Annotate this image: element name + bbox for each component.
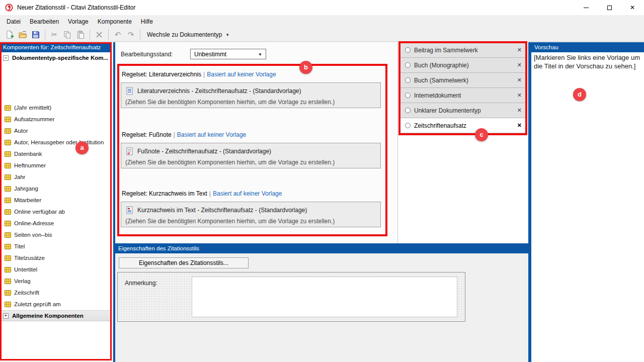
based-on-template-link[interactable]: Basiert auf keiner Vorlage [207, 71, 276, 78]
based-on-template-link[interactable]: Basiert auf keiner Vorlage [213, 190, 282, 197]
maximize-icon [607, 6, 612, 10]
component-icon [5, 198, 11, 203]
component-icon [5, 117, 11, 122]
sidebar-item-aufsatznummer[interactable]: Aufsatznummer [0, 114, 112, 125]
new-document-icon [5, 30, 14, 39]
component-icon [5, 279, 11, 284]
sidebar-item-jahr-ermittelt[interactable]: (Jahr ermittelt) [0, 102, 112, 114]
style-properties-button[interactable]: Eigenschaften des Zitationsstils... [119, 257, 249, 268]
based-on-template-link[interactable]: Basiert auf keiner Vorlage [177, 131, 246, 138]
footnote-template-dropzone[interactable]: Fußnote - Zeitschriftenaufsatz - (Standa… [121, 143, 381, 168]
remove-doc-type-icon[interactable]: ✕ [517, 47, 522, 53]
remove-doc-type-icon[interactable]: ✕ [517, 122, 522, 129]
redo-button[interactable]: ↷ [125, 29, 137, 41]
cut-button[interactable]: ✂ [48, 29, 60, 41]
sidebar-item-mitarbeiter[interactable]: Mitarbeiter [0, 195, 112, 206]
delete-button[interactable] [93, 29, 105, 41]
template-title: Fußnote - Zeitschriftenaufsatz - (Standa… [137, 148, 271, 155]
menu-vorlage[interactable]: Vorlage [63, 16, 93, 28]
remove-doc-type-icon[interactable]: ✕ [517, 77, 522, 83]
component-icon [5, 174, 11, 180]
open-style-button[interactable] [17, 29, 29, 41]
doc-type-internetdokument[interactable]: Internetdokument ✕ [400, 88, 527, 103]
minimize-button[interactable] [575, 0, 598, 15]
bibliography-template-icon [126, 87, 133, 95]
template-title: Literaturverzeichnis - Zeitschriftenaufs… [137, 87, 301, 95]
doc-type-zeitschriftenaufsatz[interactable]: Zeitschriftenaufsatz ✕ [400, 118, 527, 133]
radio-icon[interactable] [405, 77, 411, 83]
menu-komponente[interactable]: Komponente [93, 16, 136, 28]
radio-icon[interactable] [405, 93, 411, 98]
sidebar-item-jahr[interactable]: Jahr [0, 171, 112, 183]
doc-type-buch-monographie[interactable]: Buch (Monographie) ✕ [400, 58, 527, 73]
collapse-icon[interactable]: − [3, 55, 9, 61]
copy-button[interactable] [61, 29, 73, 41]
component-icon [5, 105, 11, 111]
doc-type-buch-sammelwerk[interactable]: Buch (Sammelwerk) ✕ [400, 73, 527, 88]
component-icon [5, 140, 11, 145]
radio-icon[interactable] [405, 47, 411, 53]
sidebar-item-titelzusaetze[interactable]: Titelzusätze [0, 252, 112, 264]
radio-icon[interactable] [405, 62, 411, 68]
sidebar-item-zuletzt-geprueft[interactable]: Zuletzt geprüft am [0, 299, 112, 310]
group-general-components[interactable]: + Allgemeine Komponenten [0, 310, 112, 321]
citavi-logo-icon [5, 4, 13, 12]
doc-type-beitrag-sammelwerk[interactable]: Beitrag im Sammelwerk ✕ [400, 43, 527, 58]
components-sidebar: Komponenten für: Zeitschriftenaufsatz − … [0, 42, 112, 361]
sidebar-item-titel[interactable]: Titel [0, 241, 112, 252]
close-button[interactable]: ✕ [621, 0, 644, 15]
pipe-separator: | [203, 71, 205, 78]
group-doc-type-specific[interactable]: − Dokumententyp-spezifische Kom... [0, 52, 112, 63]
copy-icon [63, 30, 72, 39]
remove-doc-type-icon[interactable]: ✕ [517, 92, 522, 99]
sidebar-item-online-adresse[interactable]: Online-Adresse [0, 218, 112, 229]
bearbeitungsstand-value: Unbestimmt [194, 51, 226, 58]
radio-icon[interactable] [405, 108, 411, 113]
new-style-button[interactable] [4, 29, 16, 41]
footnote-template-icon [126, 147, 133, 155]
bibliography-template-dropzone[interactable]: Literaturverzeichnis - Zeitschriftenaufs… [121, 82, 381, 108]
chevron-down-icon: ▼ [258, 52, 262, 57]
sidebar-item-verlag[interactable]: Verlag [0, 276, 112, 287]
minimize-icon [584, 8, 589, 8]
menu-hilfe[interactable]: Hilfe [136, 16, 157, 28]
intext-template-dropzone[interactable]: Kurznachweis im Text - Zeitschriftenaufs… [121, 202, 381, 227]
sidebar-item-untertitel[interactable]: Untertitel [0, 264, 112, 276]
component-icon [5, 163, 11, 168]
maximize-button[interactable] [598, 0, 621, 15]
sidebar-item-autor[interactable]: Autor [0, 125, 112, 137]
intext-citation-template-icon [126, 206, 133, 214]
component-icon [5, 221, 11, 226]
sidebar-item-heftnummer[interactable]: Heftnummer [0, 160, 112, 171]
switch-document-type-button[interactable]: Wechsle zu Dokumententyp ▼ [143, 29, 233, 40]
sidebar-item-jahrgang[interactable]: Jahrgang [0, 183, 112, 195]
undo-button[interactable]: ↶ [112, 29, 124, 41]
doc-type-unklarer-dokumententyp[interactable]: Unklarer Dokumententyp ✕ [400, 103, 527, 118]
menu-bearbeiten[interactable]: Bearbeiten [25, 16, 63, 28]
menu-datei[interactable]: Datei [2, 16, 25, 28]
ruleset-title: Regelset: Kurznachweis im Text [122, 190, 207, 197]
paste-button[interactable] [74, 29, 87, 41]
anmerkung-groupbox: Anmerkung: [117, 272, 465, 322]
save-style-button[interactable] [30, 29, 42, 41]
bearbeitungsstand-dropdown[interactable]: Unbestimmt ▼ [190, 49, 266, 59]
switch-document-type-label: Wechsle zu Dokumententyp [147, 31, 222, 38]
remove-doc-type-icon[interactable]: ✕ [517, 107, 522, 114]
redo-icon: ↷ [128, 31, 134, 39]
anmerkung-textarea[interactable] [192, 277, 457, 317]
ruleset-bibliography: Regelset: Literaturverzeichnis|Basiert a… [121, 71, 381, 108]
expand-icon[interactable]: + [3, 313, 9, 319]
dropzone-hint: (Ziehen Sie die benötigten Komponenten h… [125, 159, 335, 166]
sidebar-item-seiten-von-bis[interactable]: Seiten von–bis [0, 229, 112, 241]
sidebar-item-online-verfuegbar[interactable]: Online verfügbar ab [0, 206, 112, 218]
sidebar-item-autor-herausgeber[interactable]: Autor, Herausgeber oder Institution [0, 137, 112, 148]
radio-icon[interactable] [405, 123, 411, 128]
remove-doc-type-icon[interactable]: ✕ [517, 62, 522, 68]
toolbar-separator [108, 29, 109, 40]
toolbar-separator [45, 29, 45, 40]
sidebar-item-zeitschrift[interactable]: Zeitschrift [0, 287, 112, 299]
component-icon [5, 151, 11, 157]
sidebar-item-datenbank[interactable]: Datenbank [0, 148, 112, 160]
chevron-down-icon: ▼ [225, 33, 229, 37]
properties-header: Eigenschaften des Zitationsstils [115, 243, 528, 253]
